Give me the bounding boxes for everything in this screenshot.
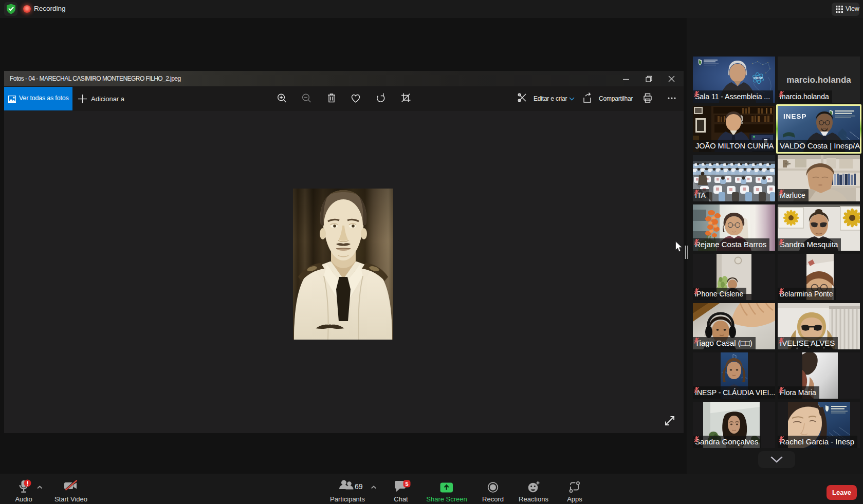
svg-text:INESP: INESP xyxy=(783,113,807,120)
svg-text:INESP: INESP xyxy=(754,77,763,80)
svg-text:69: 69 xyxy=(355,482,363,491)
svg-text:5: 5 xyxy=(405,481,408,487)
